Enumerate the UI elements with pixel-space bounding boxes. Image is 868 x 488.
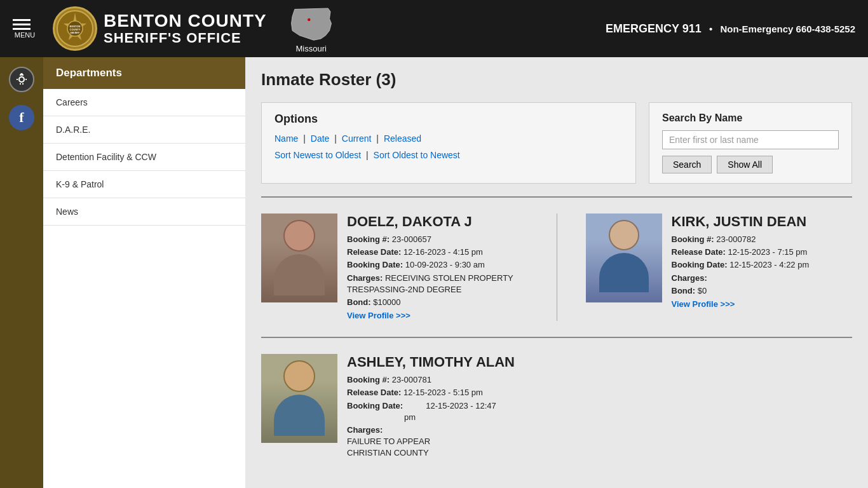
booking-val-kirk: 23-000782 xyxy=(716,234,756,244)
sidebar-item-dare[interactable]: D.A.R.E. xyxy=(43,116,245,144)
release-kirk: Release Date: 12-15-2023 - 7:15 pm xyxy=(672,247,810,258)
inmate-info-ashley: ASHLEY, TIMOTHY ALAN Booking #: 23-00078… xyxy=(347,354,515,460)
inmate-info-kirk: KIRK, JUSTIN DEAN Booking #: 23-000782 R… xyxy=(672,214,810,321)
site-title-line2: SHERIFF'S OFFICE xyxy=(104,30,267,46)
booking-label-doelz: Booking #: xyxy=(347,234,390,244)
booking-date-kirk: Booking Date: 12-15-2023 - 4:22 pm xyxy=(672,259,810,271)
sep1: | xyxy=(303,133,308,144)
sidebar-link-careers[interactable]: Careers xyxy=(43,89,245,116)
top-section: Options Name | Date | Current | Released… xyxy=(261,102,852,184)
sidebar-item-news[interactable]: News xyxy=(43,198,245,226)
departments-header: Departments xyxy=(43,57,245,89)
bd-val-kirk: 12-15-2023 - 4:22 pm xyxy=(729,260,809,269)
charges-doelz: Charges: RECEIVING STOLEN PROPERTYTRESPA… xyxy=(347,273,513,295)
sidebar-link-detention[interactable]: Detention Facility & CCW xyxy=(43,144,245,171)
bond-doelz: Bond: $10000 xyxy=(347,297,513,308)
bd-label-ashley: Booking Date: xyxy=(347,401,403,410)
view-profile-kirk[interactable]: View Profile >>> xyxy=(672,299,735,309)
inmate-card-kirk: KIRK, JUSTIN DEAN Booking #: 23-000782 R… xyxy=(586,214,853,321)
page-title: Inmate Roster (3) xyxy=(261,70,852,90)
booking-num-kirk: Booking #: 23-000782 xyxy=(672,234,810,245)
separator: • xyxy=(709,24,712,34)
sidebar-menu: Careers D.A.R.E. Detention Facility & CC… xyxy=(43,89,245,226)
mugshot-doelz xyxy=(261,214,337,302)
header-left: MENU BENTON COUNTY SHERIFF BENTON COUNTY… xyxy=(13,4,337,53)
option-date-link[interactable]: Date xyxy=(311,133,330,144)
emergency-911: EMERGENCY 911 xyxy=(606,22,702,35)
inmate-name-ashley: ASHLEY, TIMOTHY ALAN xyxy=(347,354,515,370)
svg-point-6 xyxy=(308,18,311,21)
inmate-card-ashley: ASHLEY, TIMOTHY ALAN Booking #: 23-00078… xyxy=(261,354,852,460)
option-released-link[interactable]: Released xyxy=(384,133,421,144)
menu-button[interactable] xyxy=(13,19,31,30)
sidebar-item-careers[interactable]: Careers xyxy=(43,89,245,116)
sidebar-item-k9[interactable]: K-9 & Patrol xyxy=(43,171,245,198)
options-box: Options Name | Date | Current | Released… xyxy=(261,102,636,184)
menu-label: MENU xyxy=(15,31,35,39)
bd-label-doelz: Booking Date: xyxy=(347,260,403,269)
bond-label-kirk: Bond: xyxy=(672,286,696,295)
header: MENU BENTON COUNTY SHERIFF BENTON COUNTY… xyxy=(0,0,868,57)
view-profile-doelz[interactable]: View Profile >>> xyxy=(347,311,410,320)
inmate-card-doelz: DOELZ, DAKOTA J Booking #: 23-000657 Rel… xyxy=(261,214,528,321)
charges-kirk: Charges: xyxy=(672,273,810,284)
accessibility-button[interactable] xyxy=(9,67,34,92)
sidebar-nav: Departments Careers D.A.R.E. Detention F… xyxy=(43,57,245,488)
charges-label-ashley: Charges: xyxy=(347,425,383,435)
missouri-label: Missouri xyxy=(296,44,327,53)
menu-wrapper[interactable]: MENU xyxy=(13,19,37,39)
main-content: Inmate Roster (3) Options Name | Date | … xyxy=(245,57,868,488)
show-all-button[interactable]: Show All xyxy=(717,156,773,173)
inmate-name-kirk: KIRK, JUSTIN DEAN xyxy=(672,214,810,230)
sidebar-link-k9[interactable]: K-9 & Patrol xyxy=(43,171,245,198)
sidebar-item-detention[interactable]: Detention Facility & CCW xyxy=(43,144,245,171)
sort-oldest-link[interactable]: Sort Oldest to Newest xyxy=(374,150,460,160)
release-ashley: Release Date: 12-15-2023 - 5:15 pm xyxy=(347,387,515,398)
options-heading: Options xyxy=(275,112,623,126)
option-current-link[interactable]: Current xyxy=(342,133,372,144)
booking-val-doelz: 23-000657 xyxy=(392,234,431,244)
missouri-map-svg xyxy=(286,4,337,43)
sheriff-badge: BENTON COUNTY SHERIFF xyxy=(53,6,97,51)
release-val-doelz: 12-16-2023 - 4:15 pm xyxy=(403,247,483,257)
charges-label-kirk: Charges: xyxy=(672,273,707,283)
booking-num-ashley: Booking #: 23-000781 xyxy=(347,374,515,386)
sort-links: Sort Newest to Oldest | Sort Oldest to N… xyxy=(275,150,623,160)
bond-label-doelz: Bond: xyxy=(347,297,371,307)
sidebar-link-news[interactable]: News xyxy=(43,198,245,226)
charges-label-doelz: Charges: xyxy=(347,273,383,283)
bd-val-doelz: 10-09-2023 - 9:30 am xyxy=(405,260,485,269)
booking-val-ashley: 23-000781 xyxy=(392,375,431,384)
release-doelz: Release Date: 12-16-2023 - 4:15 pm xyxy=(347,247,513,258)
sort-newest-link[interactable]: Sort Newest to Oldest xyxy=(275,150,361,160)
facebook-button[interactable]: f xyxy=(9,105,34,130)
non-emergency: Non-Emergency 660-438-5252 xyxy=(720,24,855,34)
svg-text:SHERIFF: SHERIFF xyxy=(71,32,81,34)
mugshot-kirk xyxy=(586,214,662,302)
sidebar-link-dare[interactable]: D.A.R.E. xyxy=(43,116,245,144)
release-val-kirk: 12-15-2023 - 7:15 pm xyxy=(728,247,807,257)
inmate-row-2: ASHLEY, TIMOTHY ALAN Booking #: 23-00078… xyxy=(261,344,852,470)
svg-text:COUNTY: COUNTY xyxy=(70,28,81,31)
divider-2 xyxy=(261,337,852,338)
emergency-info: EMERGENCY 911 • Non-Emergency 660-438-52… xyxy=(606,22,855,36)
release-label-ashley: Release Date: xyxy=(347,388,401,397)
accessibility-icon xyxy=(14,72,29,87)
booking-label-ashley: Booking #: xyxy=(347,375,390,384)
booking-date-ashley: Booking Date: 12-15-2023 - 12:47 pm xyxy=(347,400,515,423)
bond-val-kirk: $0 xyxy=(698,286,707,295)
vertical-divider-1 xyxy=(557,214,557,321)
bond-kirk: Bond: $0 xyxy=(672,285,810,297)
release-label-doelz: Release Date: xyxy=(347,247,401,257)
divider-1 xyxy=(261,196,852,198)
booking-num-doelz: Booking #: 23-000657 xyxy=(347,234,513,245)
inmate-info-doelz: DOELZ, DAKOTA J Booking #: 23-000657 Rel… xyxy=(347,214,513,321)
inmate-name-doelz: DOELZ, DAKOTA J xyxy=(347,214,513,230)
option-name-link[interactable]: Name xyxy=(275,133,298,144)
site-title: BENTON COUNTY SHERIFF'S OFFICE xyxy=(104,11,267,46)
booking-date-doelz: Booking Date: 10-09-2023 - 9:30 am xyxy=(347,259,513,271)
facebook-icon: f xyxy=(19,109,24,126)
search-button[interactable]: Search xyxy=(662,156,712,173)
search-input[interactable] xyxy=(662,130,839,149)
sep3: | xyxy=(376,133,381,144)
